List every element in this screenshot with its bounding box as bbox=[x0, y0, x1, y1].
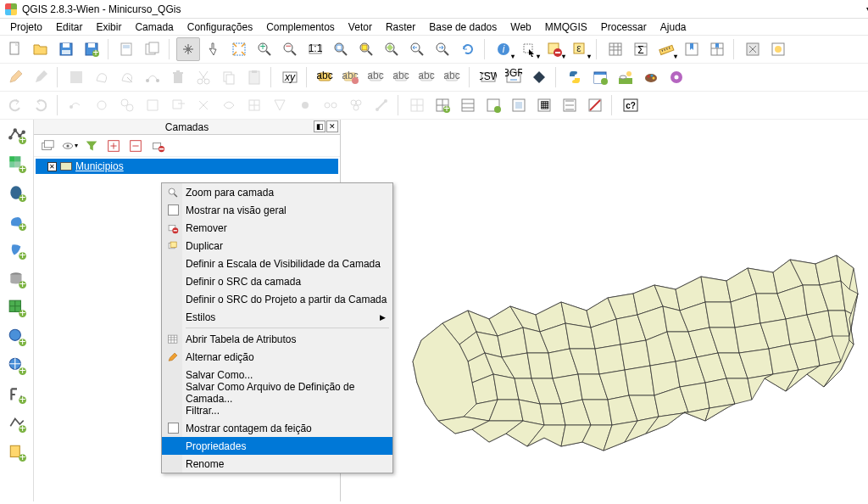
ctx-show-overview[interactable]: Mostrar na visão geral bbox=[162, 201, 392, 219]
add-wms-button[interactable]: + bbox=[5, 296, 29, 320]
dig5[interactable] bbox=[166, 93, 190, 117]
label-abc2-button[interactable]: abc bbox=[339, 65, 363, 89]
ctx-toggle-edit[interactable]: Alternar edição bbox=[162, 348, 392, 366]
grid6[interactable]: ▦ bbox=[532, 93, 556, 117]
menu-editar[interactable]: Editar bbox=[49, 20, 89, 35]
ctx-def-src-proj[interactable]: Definir o SRC do Projeto a partir da Cam… bbox=[162, 290, 392, 308]
zoom-next-button[interactable] bbox=[431, 37, 454, 61]
edit-pencil-button[interactable] bbox=[3, 65, 27, 89]
grid7[interactable] bbox=[558, 93, 581, 117]
map-canvas[interactable] bbox=[341, 120, 868, 501]
pan-selection-button[interactable] bbox=[202, 37, 225, 61]
dig12[interactable] bbox=[344, 93, 368, 117]
dig10[interactable] bbox=[293, 93, 317, 117]
copy-button[interactable] bbox=[217, 65, 241, 89]
zoom-out-button[interactable]: − bbox=[278, 37, 302, 61]
measure-button[interactable]: ▾ bbox=[654, 37, 678, 61]
zoom-extent-button[interactable] bbox=[329, 37, 353, 61]
bgr-button[interactable]: BGR bbox=[502, 65, 526, 89]
zoom-in-button[interactable]: + bbox=[253, 37, 276, 61]
grid3[interactable] bbox=[456, 93, 480, 117]
deselect-button[interactable]: ▾ bbox=[542, 37, 566, 61]
dig1[interactable] bbox=[64, 93, 88, 117]
tool-a[interactable] bbox=[741, 37, 765, 61]
delete-button[interactable] bbox=[166, 65, 190, 89]
tool-b[interactable] bbox=[766, 37, 790, 61]
cloud-button[interactable] bbox=[614, 65, 637, 89]
expand-all-button[interactable] bbox=[105, 137, 122, 154]
save-edits-button[interactable] bbox=[64, 65, 88, 89]
ctx-save-def[interactable]: Salvar Como Arquivo de Definição de Cama… bbox=[162, 384, 392, 401]
ctx-properties[interactable]: Propriedades bbox=[162, 437, 392, 455]
paste-button[interactable] bbox=[242, 65, 266, 89]
menu-mmqgis[interactable]: MMQGIS bbox=[538, 20, 594, 35]
calendar-button[interactable] bbox=[588, 65, 612, 89]
composer-manager-button[interactable] bbox=[141, 37, 164, 61]
identify-button[interactable]: i▾ bbox=[492, 37, 515, 61]
label-abc3-button[interactable]: abc bbox=[364, 65, 388, 89]
bookmark-show-button[interactable] bbox=[705, 37, 729, 61]
menu-complementos[interactable]: Complementos bbox=[259, 20, 342, 35]
add-postgis-button[interactable]: + bbox=[5, 181, 29, 204]
manage-visibility-button[interactable]: ▾ bbox=[61, 137, 78, 154]
zoom-layer-button[interactable] bbox=[380, 37, 403, 61]
collapse-all-button[interactable] bbox=[127, 137, 144, 154]
layer-item-municipios[interactable]: ✕ Municipios bbox=[36, 159, 338, 174]
python-button[interactable] bbox=[563, 65, 587, 89]
undo-button[interactable] bbox=[3, 93, 27, 117]
ctx-remove[interactable]: Remover bbox=[162, 219, 392, 237]
grid4[interactable] bbox=[481, 93, 505, 117]
pan-button[interactable] bbox=[176, 37, 200, 61]
move-feature-button[interactable] bbox=[115, 65, 139, 89]
ctx-attr-table[interactable]: Abrir Tabela de Atributos bbox=[162, 330, 392, 348]
menu-camada[interactable]: Camada bbox=[128, 20, 180, 35]
menu-raster[interactable]: Raster bbox=[379, 20, 422, 35]
expression-select-button[interactable]: ε▾ bbox=[568, 37, 592, 61]
dig9[interactable] bbox=[268, 93, 292, 117]
add-group-button[interactable] bbox=[39, 137, 56, 154]
dig7[interactable] bbox=[217, 93, 241, 117]
add-wcs-button[interactable]: + bbox=[5, 325, 29, 349]
add-mssql-button[interactable]: + bbox=[5, 238, 29, 262]
edit-pencil2-button[interactable] bbox=[29, 65, 53, 89]
c2-button[interactable]: c? bbox=[619, 93, 643, 117]
dig4[interactable] bbox=[141, 93, 164, 117]
open-project-button[interactable] bbox=[29, 37, 53, 61]
menu-vetor[interactable]: Vetor bbox=[342, 20, 379, 35]
ctx-filter[interactable]: Filtrar... bbox=[162, 401, 392, 419]
label-abc-button[interactable]: abc bbox=[314, 65, 337, 89]
new-shapefile-button[interactable]: +▾ bbox=[5, 412, 29, 435]
add-wfs-button[interactable]: + bbox=[5, 354, 29, 378]
label-abc6-button[interactable]: abc bbox=[441, 65, 465, 89]
ctx-duplicate[interactable]: Duplicar bbox=[162, 237, 392, 255]
node-tool-button[interactable] bbox=[141, 65, 164, 89]
add-spatialite-button[interactable]: + bbox=[5, 210, 29, 233]
zoom-full-button[interactable] bbox=[227, 37, 251, 61]
gear-button[interactable] bbox=[665, 65, 688, 89]
ctx-show-count[interactable]: Mostrar contagem da feição bbox=[162, 419, 392, 437]
xy-button[interactable]: xy bbox=[278, 65, 302, 89]
csw-button[interactable]: CSW bbox=[476, 65, 500, 89]
save-as-button[interactable]: + bbox=[80, 37, 103, 61]
add-feature-button[interactable] bbox=[90, 65, 114, 89]
zoom-selection-button[interactable] bbox=[354, 37, 378, 61]
grid1[interactable] bbox=[405, 93, 429, 117]
dig8[interactable] bbox=[242, 93, 266, 117]
menu-config[interactable]: Configurações bbox=[181, 20, 259, 35]
ctx-rename[interactable]: Renome bbox=[162, 455, 392, 473]
palette-button[interactable] bbox=[639, 65, 663, 89]
dig2[interactable] bbox=[90, 93, 114, 117]
label-abc4-button[interactable]: abc bbox=[390, 65, 414, 89]
redo-button[interactable] bbox=[29, 93, 53, 117]
add-csv-button[interactable]: ,+ bbox=[5, 383, 29, 406]
ctx-def-scale[interactable]: Definir a Escala de Visibilidade da Cama… bbox=[162, 255, 392, 272]
select-button[interactable]: ▾ bbox=[517, 37, 541, 61]
menu-processar[interactable]: Processar bbox=[594, 20, 654, 35]
zoom-last-button[interactable] bbox=[405, 37, 429, 61]
dig11[interactable] bbox=[319, 93, 342, 117]
new-project-button[interactable] bbox=[3, 37, 27, 61]
panel-undock-button[interactable]: ◧ bbox=[314, 120, 326, 132]
zoom-native-button[interactable]: 1:1 bbox=[303, 37, 327, 61]
add-raster-layer-button[interactable]: + bbox=[5, 152, 29, 176]
layer-visibility-checkbox[interactable]: ✕ bbox=[47, 162, 57, 171]
